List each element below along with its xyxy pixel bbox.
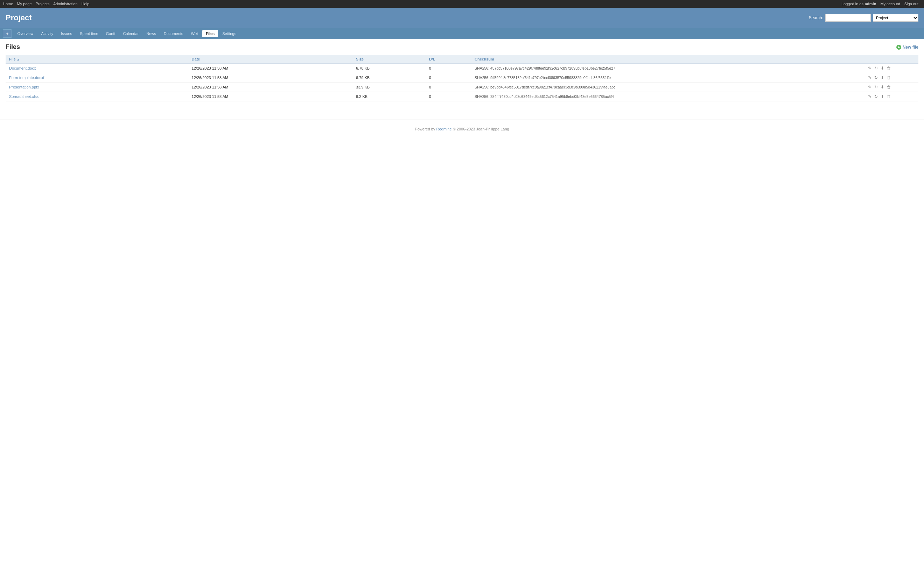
table-row: Document.docx12/26/2023 11:58 AM6.78 KB0…	[6, 64, 918, 73]
size-cell: 6.2 KB	[352, 92, 426, 102]
actions-cell: ✎↻⬇🗑	[864, 73, 919, 82]
size-cell: 33.9 KB	[352, 82, 426, 92]
download-icon[interactable]: ⬇	[880, 65, 885, 71]
download-icon[interactable]: ⬇	[880, 75, 885, 81]
download-icon[interactable]: ⬇	[880, 84, 885, 90]
tab-calendar[interactable]: Calendar	[120, 30, 142, 37]
date-cell: 12/26/2023 11:58 AM	[188, 82, 352, 92]
delete-icon[interactable]: 🗑	[886, 84, 892, 90]
file-link[interactable]: Presentation.pptx	[9, 85, 39, 89]
dl-cell: 0	[426, 64, 471, 73]
checksum-cell: SHA256: 9ff599fc8c7785139bf641c797e2bad0…	[471, 73, 863, 82]
search-input[interactable]	[825, 14, 871, 22]
files-header: Files + New file	[6, 44, 918, 51]
size-cell: 6.79 KB	[352, 73, 426, 82]
refresh-icon[interactable]: ↻	[874, 94, 879, 99]
actions-cell: ✎↻⬇🗑	[864, 92, 919, 102]
table-header-row: File Date Size D/L Checksum	[6, 55, 918, 64]
refresh-icon[interactable]: ↻	[874, 75, 879, 81]
file-link[interactable]: Form template.docxf	[9, 76, 44, 80]
search-scope-select[interactable]: Project All projects	[873, 14, 918, 22]
top-nav-left: Home My page Projects Administration Hel…	[3, 2, 92, 6]
edit-icon[interactable]: ✎	[867, 94, 872, 99]
tab-documents[interactable]: Documents	[160, 30, 187, 37]
col-size-header[interactable]: Size	[352, 55, 426, 64]
help-link[interactable]: Help	[82, 2, 90, 6]
add-button[interactable]: +	[3, 29, 12, 38]
username-link[interactable]: admin	[865, 2, 876, 6]
tab-news[interactable]: News	[143, 30, 160, 37]
file-cell: Document.docx	[6, 64, 188, 73]
tab-wiki[interactable]: Wiki	[187, 30, 202, 37]
projects-link[interactable]: Projects	[36, 2, 50, 6]
search-label: Search:	[809, 15, 823, 20]
mypage-link[interactable]: My page	[17, 2, 31, 6]
col-actions-header	[864, 55, 919, 64]
new-file-button[interactable]: + New file	[897, 45, 918, 50]
dl-cell: 0	[426, 92, 471, 102]
col-dl-header[interactable]: D/L	[426, 55, 471, 64]
redmine-link[interactable]: Redmine	[436, 127, 452, 131]
size-cell: 6.78 KB	[352, 64, 426, 73]
tab-settings[interactable]: Settings	[219, 30, 240, 37]
date-cell: 12/26/2023 11:58 AM	[188, 73, 352, 82]
page-header: Project Search: Project All projects	[0, 8, 924, 28]
sign-out-link[interactable]: Sign out	[905, 2, 918, 6]
page-title: Files	[6, 44, 20, 51]
edit-icon[interactable]: ✎	[867, 84, 872, 90]
download-icon[interactable]: ⬇	[880, 94, 885, 99]
dl-cell: 0	[426, 82, 471, 92]
dl-cell: 0	[426, 73, 471, 82]
col-checksum-header: Checksum	[471, 55, 863, 64]
top-nav-right: Logged in as admin My account Sign out	[842, 2, 921, 6]
file-cell: Spreadsheet.xlsx	[6, 92, 188, 102]
col-file-header[interactable]: File	[6, 55, 188, 64]
date-cell: 12/26/2023 11:58 AM	[188, 92, 352, 102]
new-file-plus-icon: +	[897, 45, 901, 50]
tab-overview[interactable]: Overview	[14, 30, 37, 37]
delete-icon[interactable]: 🗑	[886, 75, 892, 81]
main-content: Files + New file File Date Size D/L Chec…	[0, 39, 924, 106]
table-row: Spreadsheet.xlsx12/26/2023 11:58 AM6.2 K…	[6, 92, 918, 102]
files-table: File Date Size D/L Checksum Document.doc…	[6, 55, 918, 102]
edit-icon[interactable]: ✎	[867, 75, 872, 81]
checksum-cell: SHA256: 284fff7430cd4c03c63449ed3a5612c7…	[471, 92, 863, 102]
date-cell: 12/26/2023 11:58 AM	[188, 64, 352, 73]
file-cell: Form template.docxf	[6, 73, 188, 82]
page-footer: Powered by Redmine © 2006-2023 Jean-Phil…	[0, 119, 924, 138]
tab-bar: + Overview Activity Issues Spent time Ga…	[0, 28, 924, 39]
tab-gantt[interactable]: Gantt	[103, 30, 119, 37]
tab-spent-time[interactable]: Spent time	[76, 30, 102, 37]
tab-issues[interactable]: Issues	[57, 30, 76, 37]
tab-files[interactable]: Files	[202, 30, 218, 37]
home-link[interactable]: Home	[3, 2, 13, 6]
administration-link[interactable]: Administration	[53, 2, 78, 6]
table-row: Form template.docxf12/26/2023 11:58 AM6.…	[6, 73, 918, 82]
new-file-label: New file	[903, 45, 918, 50]
search-area: Search: Project All projects	[809, 14, 918, 22]
actions-cell: ✎↻⬇🗑	[864, 82, 919, 92]
file-cell: Presentation.pptx	[6, 82, 188, 92]
edit-icon[interactable]: ✎	[867, 65, 872, 71]
powered-by-label: Powered by	[415, 127, 435, 131]
refresh-icon[interactable]: ↻	[874, 65, 879, 71]
my-account-link[interactable]: My account	[880, 2, 900, 6]
top-navigation: Home My page Projects Administration Hel…	[0, 0, 924, 8]
project-title: Project	[6, 13, 32, 23]
delete-icon[interactable]: 🗑	[886, 65, 892, 71]
files-table-body: Document.docx12/26/2023 11:58 AM6.78 KB0…	[6, 64, 918, 102]
checksum-cell: SHA256: be9dd4646fec5017dedf7cc0a9821cf4…	[471, 82, 863, 92]
table-row: Presentation.pptx12/26/2023 11:58 AM33.9…	[6, 82, 918, 92]
logged-in-label: Logged in as	[842, 2, 863, 6]
tab-activity[interactable]: Activity	[37, 30, 57, 37]
checksum-cell: SHA256: 457dc57108e797a7c429f7488ee92f92…	[471, 64, 863, 73]
copyright-text: © 2006-2023 Jean-Philippe Lang	[453, 127, 509, 131]
actions-cell: ✎↻⬇🗑	[864, 64, 919, 73]
col-date-header[interactable]: Date	[188, 55, 352, 64]
file-link[interactable]: Spreadsheet.xlsx	[9, 94, 39, 98]
delete-icon[interactable]: 🗑	[886, 94, 892, 99]
refresh-icon[interactable]: ↻	[874, 84, 879, 90]
file-link[interactable]: Document.docx	[9, 66, 36, 70]
